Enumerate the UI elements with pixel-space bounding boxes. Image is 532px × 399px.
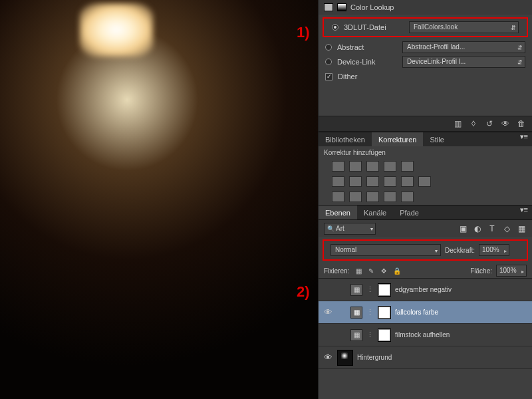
- layer-thumbnail[interactable]: [337, 350, 353, 366]
- tab-stile[interactable]: Stile: [423, 132, 450, 146]
- adj-brightness-icon[interactable]: [332, 161, 344, 172]
- layer-mask[interactable]: [378, 306, 391, 319]
- lock-brush-icon[interactable]: ✎: [366, 266, 376, 275]
- dropdown-devicelink[interactable]: DeviceLink-Profil l...: [402, 56, 525, 68]
- radio-abstract[interactable]: [325, 44, 332, 51]
- adjustment-row-2: [319, 174, 532, 190]
- layer-visibility-toggle[interactable]: [323, 330, 333, 340]
- korrektur-subtitle: Korrektur hinzufügen: [319, 146, 532, 159]
- layer-name[interactable]: filmstock aufhellen: [395, 331, 450, 338]
- tab-korrekturen[interactable]: Korrekturen: [372, 132, 423, 146]
- adj-selective-icon[interactable]: [401, 192, 414, 202]
- fill-label: Fläche:: [470, 267, 492, 275]
- adj-bw-icon[interactable]: [366, 176, 379, 187]
- link-icon: ⋮: [366, 308, 374, 317]
- adjustment-footer: ▥ ◊ ↺ 👁 🗑: [319, 116, 532, 132]
- layer-row[interactable]: 👁 ▦ ⋮ fallcolors farbe: [319, 301, 532, 324]
- layers-list: ▦ ⋮ edgyamber negativ 👁 ▦ ⋮ fallcolors f…: [319, 278, 532, 369]
- dropdown-abstract[interactable]: Abstract-Profil lad...: [402, 41, 525, 53]
- opacity-value[interactable]: 100%: [479, 244, 509, 256]
- option-devicelink[interactable]: Device-Link DeviceLink-Profil l...: [319, 55, 532, 69]
- lock-pixels-icon[interactable]: ▦: [354, 266, 363, 275]
- blend-row: Normal Deckkraft: 100%: [325, 242, 525, 258]
- adj-exposure-icon[interactable]: [384, 161, 396, 172]
- clip-icon[interactable]: ▥: [452, 119, 463, 128]
- adj-balance-icon[interactable]: [349, 176, 362, 187]
- adjustment-thumb-icon: ▦: [350, 284, 362, 296]
- radio-devicelink[interactable]: [325, 59, 332, 65]
- layer-name[interactable]: Hintergrund: [357, 354, 392, 361]
- lock-label: Fixieren:: [324, 267, 349, 275]
- adj-hue-icon[interactable]: [332, 176, 344, 187]
- layer-row[interactable]: ▦ ⋮ filmstock aufhellen: [319, 324, 532, 346]
- tab-pfade[interactable]: Pfade: [393, 205, 426, 219]
- filter-type-icon[interactable]: T: [487, 223, 497, 234]
- gradient-icon: [337, 3, 346, 11]
- right-panel: Color Lookup 3DLUT-Datei FallColors.look…: [318, 0, 532, 399]
- highlight-2: Normal Deckkraft: 100%: [323, 239, 528, 261]
- highlight-1: 3DLUT-Datei FallColors.look: [323, 17, 528, 37]
- filter-smart-icon[interactable]: ▦: [516, 223, 527, 234]
- radio-3dlut[interactable]: [332, 24, 338, 31]
- callout-2: 2): [297, 283, 310, 301]
- adj-photofilter-icon[interactable]: [384, 176, 396, 187]
- option-abstract[interactable]: Abstract Abstract-Profil lad...: [319, 40, 532, 55]
- dropdown-3dlut[interactable]: FallColors.look: [409, 21, 519, 33]
- filter-adjust-icon[interactable]: ◐: [472, 223, 483, 234]
- adjustment-row-1: [319, 159, 532, 174]
- spacer: [319, 84, 532, 116]
- adj-levels-icon[interactable]: [349, 161, 362, 172]
- panel-tabs-1: Bibliotheken Korrekturen Stile ▾≡: [319, 132, 532, 146]
- label-devicelink: Device-Link: [337, 58, 397, 66]
- adj-invert-icon[interactable]: [332, 192, 344, 202]
- adj-gradmap-icon[interactable]: [384, 192, 396, 202]
- adj-mixer-icon[interactable]: [401, 176, 414, 187]
- adjustment-row-3: [319, 190, 532, 205]
- label-3dlut: 3DLUT-Datei: [344, 23, 404, 31]
- layer-row[interactable]: 👁 Hintergrund: [319, 346, 532, 369]
- grid-icon: [324, 3, 333, 11]
- blend-mode-dropdown[interactable]: Normal: [331, 244, 441, 256]
- layer-visibility-toggle[interactable]: 👁: [323, 307, 333, 318]
- adj-posterize-icon[interactable]: [349, 192, 362, 202]
- checkbox-dither[interactable]: [325, 73, 332, 80]
- tab-kanaele[interactable]: Kanäle: [357, 205, 393, 219]
- adjustment-thumb-icon: ▦: [350, 307, 362, 319]
- layer-mask[interactable]: [378, 283, 391, 297]
- adj-curves-icon[interactable]: [366, 161, 379, 172]
- tab-bibliotheken[interactable]: Bibliotheken: [319, 132, 372, 146]
- layer-visibility-toggle[interactable]: [323, 285, 333, 295]
- adj-colorlookup-icon[interactable]: [418, 176, 431, 187]
- lock-all-icon[interactable]: 🔒: [392, 266, 402, 275]
- tab-ebenen[interactable]: Ebenen: [319, 205, 357, 219]
- panel1-flyout[interactable]: ▾≡: [516, 132, 532, 146]
- layer-row[interactable]: ▦ ⋮ edgyamber negativ: [319, 279, 532, 301]
- adj-threshold-icon[interactable]: [366, 192, 379, 202]
- option-3dlut[interactable]: 3DLUT-Datei FallColors.look: [325, 20, 525, 35]
- lock-row: Fixieren: ▦ ✎ ✥ 🔒 Fläche: 100%: [319, 263, 532, 278]
- callout-1: 1): [297, 24, 310, 41]
- layer-name[interactable]: fallcolors farbe: [395, 309, 438, 316]
- flash-highlight: [80, 3, 153, 57]
- preset-icon[interactable]: ◊: [468, 119, 479, 128]
- link-icon: ⋮: [366, 285, 374, 294]
- layers-filter-row: Art ▣ ◐ T ◇ ▦: [319, 219, 532, 237]
- lock-icons: ▦ ✎ ✥ 🔒: [353, 266, 402, 275]
- panel2-flyout[interactable]: ▾≡: [516, 205, 532, 219]
- filter-pixel-icon[interactable]: ▣: [458, 223, 468, 234]
- layer-filter-dropdown[interactable]: Art: [324, 223, 376, 235]
- option-dither[interactable]: Dither: [319, 69, 532, 84]
- reset-icon[interactable]: ↺: [484, 119, 495, 128]
- fill-value[interactable]: 100%: [496, 265, 527, 277]
- layer-mask[interactable]: [378, 329, 391, 342]
- view-icon[interactable]: 👁: [500, 119, 511, 128]
- document-canvas[interactable]: [0, 0, 318, 399]
- filter-shape-icon[interactable]: ◇: [501, 223, 512, 234]
- lock-position-icon[interactable]: ✥: [379, 266, 388, 275]
- layer-visibility-toggle[interactable]: 👁: [323, 352, 333, 363]
- adj-vibrance-icon[interactable]: [401, 161, 414, 172]
- adjustment-thumb-icon: ▦: [350, 329, 362, 341]
- color-lookup-title: Color Lookup: [350, 3, 394, 11]
- trash-icon[interactable]: 🗑: [516, 119, 527, 128]
- layer-name[interactable]: edgyamber negativ: [395, 286, 452, 293]
